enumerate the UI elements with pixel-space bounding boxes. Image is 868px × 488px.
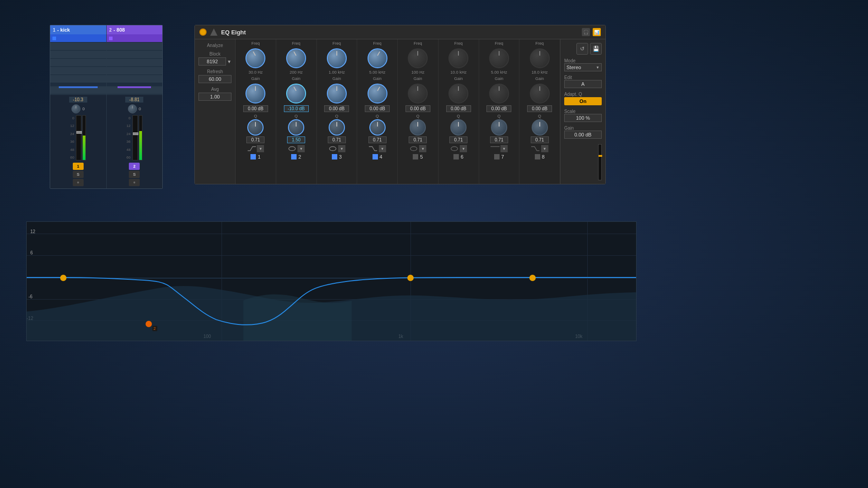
channel-1-fader-thumb[interactable] — [76, 131, 82, 134]
band-1-filter-dropdown[interactable]: ▼ — [257, 145, 264, 152]
channel-1-fader[interactable] — [76, 115, 81, 160]
band-4-db-value[interactable]: 0.00 dB — [365, 105, 390, 112]
band-2-filter-dropdown[interactable]: ▼ — [297, 145, 305, 152]
band-6-freq-knob[interactable] — [448, 48, 468, 68]
eq-node-4[interactable] — [529, 275, 536, 281]
band-4-freq-knob[interactable] — [368, 48, 387, 68]
band-5-q-value[interactable]: 0.71 — [409, 136, 427, 143]
channel-2-fader-thumb[interactable] — [133, 132, 138, 135]
track-1-slot-2[interactable] — [50, 42, 106, 51]
band-5-db-value[interactable]: 0.00 dB — [406, 105, 430, 112]
band-3-db-value[interactable]: 0.00 dB — [324, 105, 349, 112]
band-2-db-value[interactable]: -10.0 dB — [284, 105, 309, 112]
track-2-slot-7[interactable] — [107, 86, 163, 94]
channel-2-solo-btn[interactable]: S — [129, 171, 140, 178]
band-5-freq-knob[interactable] — [408, 48, 428, 68]
band-3-gain-knob[interactable] — [327, 84, 347, 103]
band-1-q-value[interactable]: 0.71 — [246, 136, 264, 143]
band-8-q-value[interactable]: 0.71 — [531, 136, 549, 143]
band-8-filter-shape[interactable] — [531, 145, 540, 152]
band-4-q-value[interactable]: 0.71 — [368, 136, 387, 143]
track-1-slot-7[interactable] — [50, 86, 106, 94]
channel-2-record-btn[interactable]: • — [129, 179, 140, 186]
track-2-header[interactable]: 2 - 808 — [107, 25, 163, 34]
band-6-gain-knob[interactable] — [448, 84, 468, 103]
eq-spectrum-icon[interactable]: 📊 — [593, 28, 601, 36]
track-2-active-clip[interactable] — [107, 34, 163, 42]
band-3-q-value[interactable]: 0.71 — [328, 136, 346, 143]
band-3-q-knob[interactable] — [329, 119, 345, 136]
track-2-slot-6[interactable] — [107, 75, 163, 83]
band-8-q-knob[interactable] — [532, 119, 548, 136]
eq-node-2[interactable] — [146, 321, 152, 327]
band-5-gain-knob[interactable] — [408, 84, 428, 103]
gain-value[interactable]: 0.00 dB — [564, 131, 602, 139]
band-3-filter-dropdown[interactable]: ▼ — [338, 145, 345, 152]
adapt-q-button[interactable]: On — [564, 97, 602, 105]
band-6-filter-dropdown[interactable]: ▼ — [460, 145, 467, 152]
band-2-q-value[interactable]: 1.50 — [287, 136, 305, 143]
eq-node-1[interactable] — [60, 275, 66, 281]
channel-2-pan-knob[interactable] — [128, 104, 137, 113]
track-1-slot-5[interactable] — [50, 67, 106, 75]
band-3-filter-shape[interactable] — [328, 145, 337, 152]
band-8-filter-dropdown[interactable]: ▼ — [541, 145, 548, 152]
block-dropdown-arrow[interactable]: ▼ — [227, 59, 231, 64]
band-6-filter-shape[interactable] — [450, 145, 459, 152]
refresh-value[interactable]: 60.00 — [198, 75, 231, 83]
band-5-filter-dropdown[interactable]: ▼ — [419, 145, 426, 152]
band-1-filter-shape[interactable] — [247, 145, 256, 152]
scale-value[interactable]: 100 % — [564, 114, 602, 122]
band-7-q-value[interactable]: 0.71 — [490, 136, 508, 143]
band-2-gain-knob[interactable] — [286, 84, 306, 103]
band-2-filter-shape[interactable] — [288, 145, 297, 152]
band-6-db-value[interactable]: 0.00 dB — [446, 105, 471, 112]
edit-value[interactable]: A — [564, 80, 602, 88]
avg-value[interactable]: 1.00 — [198, 93, 231, 101]
channel-2-volume[interactable]: -8.81 — [125, 97, 143, 103]
track-2-slot-2[interactable] — [107, 42, 163, 51]
band-5-filter-shape[interactable] — [409, 145, 418, 152]
channel-1-pan-knob[interactable] — [71, 104, 80, 113]
band-2-q-knob[interactable] — [288, 119, 304, 136]
channel-2-fader[interactable] — [132, 115, 138, 160]
channel-2-number-btn[interactable]: 2 — [129, 163, 140, 170]
band-5-q-knob[interactable] — [410, 119, 426, 136]
band-1-db-value[interactable]: 0.00 dB — [243, 105, 268, 112]
channel-1-record-btn[interactable]: • — [73, 179, 84, 186]
eq-refresh-icon[interactable]: ↺ — [576, 43, 588, 55]
channel-1-solo-btn[interactable]: S — [73, 171, 84, 178]
track-1-header[interactable]: 1 - kick — [50, 25, 106, 34]
band-8-db-value[interactable]: 0.00 dB — [527, 105, 552, 112]
eq-warning-button[interactable] — [210, 28, 217, 36]
eq-save-icon[interactable]: 💾 — [590, 43, 602, 55]
track-2-slot-4[interactable] — [107, 59, 163, 67]
channel-1-number-btn[interactable]: 1 — [73, 163, 84, 170]
band-4-filter-shape[interactable] — [369, 145, 378, 152]
band-1-freq-knob[interactable] — [245, 48, 265, 68]
eq-headphone-icon[interactable]: 🎧 — [582, 28, 590, 36]
band-7-freq-knob[interactable] — [489, 48, 509, 68]
band-1-gain-knob[interactable] — [245, 84, 265, 103]
band-7-filter-shape[interactable] — [491, 145, 500, 152]
track-1-slot-6[interactable] — [50, 75, 106, 83]
track-1-active-clip[interactable] — [50, 34, 106, 42]
track-2-slot-5[interactable] — [107, 67, 163, 75]
channel-1-volume[interactable]: -10.3 — [69, 97, 87, 103]
band-4-gain-knob[interactable] — [368, 84, 387, 103]
band-1-q-knob[interactable] — [247, 119, 264, 136]
band-4-q-knob[interactable] — [369, 119, 386, 136]
eq-power-button[interactable] — [199, 28, 207, 36]
block-value[interactable]: 8192 — [198, 57, 226, 66]
right-gain-slider[interactable] — [598, 144, 602, 180]
mode-dropdown[interactable]: Stereo ▼ — [564, 63, 602, 71]
track-2-slot-3[interactable] — [107, 51, 163, 59]
band-8-gain-knob[interactable] — [530, 84, 550, 103]
eq-node-3[interactable] — [407, 275, 414, 281]
band-7-gain-knob[interactable] — [489, 84, 509, 103]
band-4-filter-dropdown[interactable]: ▼ — [379, 145, 386, 152]
track-1-slot-3[interactable] — [50, 51, 106, 59]
track-1-slot-4[interactable] — [50, 59, 106, 67]
band-7-filter-dropdown[interactable]: ▼ — [500, 145, 508, 152]
band-7-db-value[interactable]: 0.00 dB — [486, 105, 511, 112]
